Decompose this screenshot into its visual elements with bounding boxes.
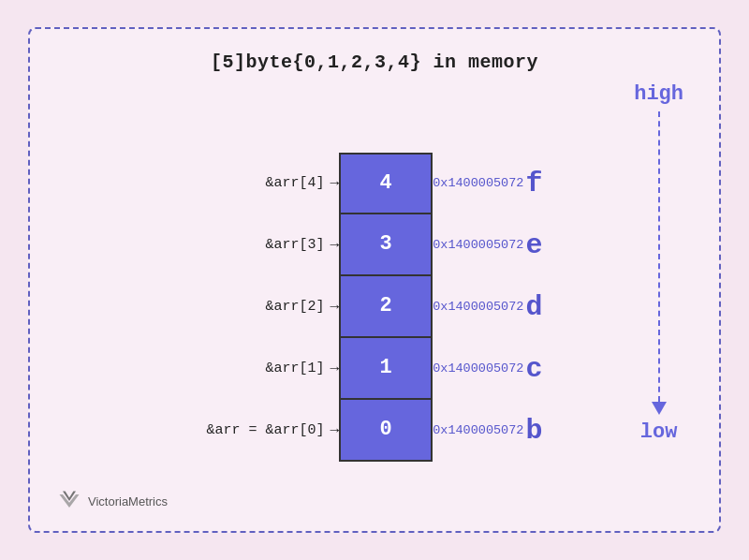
label-arr3: &arr[3] → [266, 237, 340, 254]
direction-arrow [652, 111, 667, 415]
diagram-title: [5]byte{0,1,2,3,4} in memory [211, 52, 538, 73]
logo: VictoriaMetrics [56, 488, 168, 514]
cell-4: 4 [339, 153, 433, 214]
right-labels: 0x1400005072 f 0x1400005072 e 0x14000050… [433, 153, 542, 462]
arrow-arr0: → [330, 422, 340, 439]
addr-row-1: 0x1400005072 c [433, 355, 542, 383]
left-labels: &arr[4] → &arr[3] → &arr[2] → &arr[1] → … [207, 153, 340, 462]
arrow-arr1: → [330, 361, 340, 377]
label-arr4: &arr[4] → [266, 175, 340, 192]
logo-text: VictoriaMetrics [88, 494, 168, 508]
arrow-arr4: → [330, 175, 340, 192]
label-arr0: &arr = &arr[0] → [207, 422, 340, 439]
dashed-line [658, 111, 660, 402]
cell-3: 3 [339, 214, 433, 276]
addr-row-0: 0x1400005072 b [433, 417, 542, 445]
victoriametrics-logo-icon [56, 488, 82, 514]
high-low-area: high low [634, 82, 683, 531]
low-label: low [640, 420, 678, 444]
arrow-head [652, 402, 667, 415]
label-arr2: &arr[2] → [266, 299, 340, 316]
arrow-arr3: → [330, 237, 340, 254]
addr-row-3: 0x1400005072 e [433, 231, 542, 259]
memory-stack: 4 3 2 1 0 [339, 153, 433, 462]
addr-row-2: 0x1400005072 d [433, 293, 542, 321]
diagram-container: [5]byte{0,1,2,3,4} in memory &arr[4] → &… [28, 27, 721, 533]
high-label: high [634, 82, 683, 106]
label-arr1: &arr[1] → [266, 361, 340, 377]
arrow-arr2: → [330, 299, 340, 316]
cell-0: 0 [339, 400, 433, 462]
cell-1: 1 [339, 338, 433, 400]
cell-2: 2 [339, 276, 433, 338]
addr-row-4: 0x1400005072 f [433, 169, 542, 198]
diagram-area: &arr[4] → &arr[3] → &arr[2] → &arr[1] → … [30, 82, 719, 531]
